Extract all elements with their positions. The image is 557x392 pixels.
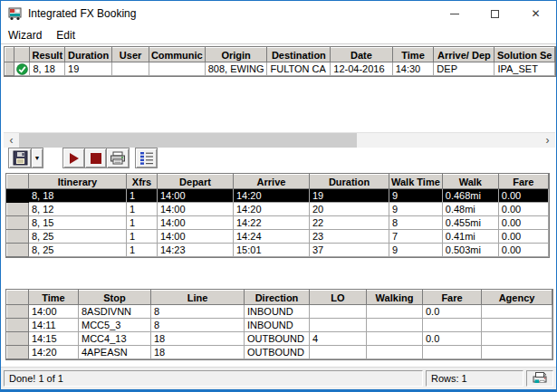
- cell[interactable]: 0.00: [498, 189, 548, 203]
- cell[interactable]: 14:00: [158, 203, 234, 216]
- col-destination[interactable]: Destination: [267, 48, 331, 62]
- cell[interactable]: 14:00: [158, 230, 234, 244]
- cell[interactable]: [310, 319, 367, 332]
- cell[interactable]: [112, 62, 149, 76]
- stop-row[interactable]: 14:00 8ASDIVNN 8 INBOUND 0.0: [7, 305, 552, 319]
- cell[interactable]: [423, 346, 482, 359]
- cell[interactable]: 808, EWING: [205, 62, 267, 76]
- cell[interactable]: 14:00: [158, 216, 234, 230]
- cell[interactable]: 0.00: [498, 203, 548, 216]
- cell[interactable]: 23: [310, 230, 389, 244]
- cell[interactable]: MCC4_13: [79, 332, 151, 346]
- cell[interactable]: 14:00: [29, 305, 79, 319]
- cell[interactable]: 8, 25: [29, 244, 127, 257]
- cell[interactable]: 1: [127, 230, 158, 244]
- cell[interactable]: [423, 319, 482, 332]
- cell[interactable]: 8, 18: [30, 62, 65, 76]
- cell[interactable]: [310, 305, 367, 319]
- cell[interactable]: 4APEASN: [79, 346, 151, 359]
- itinerary-row-selected[interactable]: 8, 18 1 14:00 14:20 19 9 0.468mi 0.00: [7, 189, 549, 203]
- col-arrive-dep[interactable]: Arrive/ Dep: [434, 48, 495, 62]
- row-selector[interactable]: [7, 332, 29, 346]
- cell[interactable]: 8: [389, 216, 443, 230]
- row-selector[interactable]: [7, 346, 29, 359]
- row-selector[interactable]: [7, 319, 29, 332]
- cell[interactable]: 8, 12: [29, 203, 127, 216]
- cell[interactable]: 14:15: [29, 332, 79, 346]
- cell[interactable]: 8, 15: [29, 216, 127, 230]
- cell[interactable]: 19: [65, 62, 112, 76]
- cell[interactable]: [482, 332, 552, 346]
- cell[interactable]: 0.468mi: [442, 189, 498, 203]
- cell[interactable]: 7: [389, 230, 443, 244]
- cell[interactable]: 0.41mi: [442, 230, 498, 244]
- col-time[interactable]: Time: [392, 48, 434, 62]
- cell[interactable]: 0.503mi: [442, 244, 498, 257]
- col-walk[interactable]: Walk: [442, 175, 498, 189]
- col-communic[interactable]: Communic: [149, 48, 205, 62]
- stop-row[interactable]: 14:15 MCC4_13 18 OUTBOUND 4 0.0: [7, 332, 552, 346]
- cell[interactable]: 18: [151, 346, 245, 359]
- row-selector[interactable]: [7, 244, 29, 257]
- scroll-left-arrow-icon[interactable]: ‹: [4, 133, 19, 148]
- stop-button[interactable]: [84, 148, 107, 168]
- cell[interactable]: 19: [310, 189, 389, 203]
- cell[interactable]: INBOUND: [245, 319, 310, 332]
- cell[interactable]: 14:30: [392, 62, 434, 76]
- cell[interactable]: INBOUND: [245, 305, 310, 319]
- app-icon[interactable]: [7, 7, 23, 21]
- row-selector-header[interactable]: [7, 175, 29, 189]
- cell[interactable]: MCC5_3: [79, 319, 151, 332]
- cell[interactable]: 1: [127, 189, 158, 203]
- cell[interactable]: [367, 305, 423, 319]
- row-selector[interactable]: [5, 62, 14, 76]
- col-duration[interactable]: Duration: [310, 175, 389, 189]
- col-time[interactable]: Time: [29, 291, 79, 305]
- cell[interactable]: [482, 319, 552, 332]
- cell[interactable]: OUTBOUND: [245, 346, 310, 359]
- itinerary-row[interactable]: 8, 25 1 14:23 15:01 37 9 0.503mi 0.00: [7, 244, 549, 257]
- cell[interactable]: [149, 62, 205, 76]
- cell[interactable]: 14:00: [158, 189, 234, 203]
- col-origin[interactable]: Origin: [205, 48, 267, 62]
- cell[interactable]: 0.0: [423, 332, 482, 346]
- solution-row[interactable]: 8, 18 19 808, EWING FULTON CA 12-04-2016…: [5, 62, 555, 76]
- cell[interactable]: 9: [389, 203, 443, 216]
- col-direction[interactable]: Direction: [245, 291, 310, 305]
- cell[interactable]: 8, 25: [29, 230, 127, 244]
- cell[interactable]: 0.00: [498, 230, 548, 244]
- print-button[interactable]: [106, 148, 130, 168]
- cell[interactable]: [367, 346, 423, 359]
- col-fare[interactable]: Fare: [498, 175, 548, 189]
- col-result[interactable]: Result: [30, 48, 65, 62]
- scroll-right-arrow-icon[interactable]: ›: [540, 133, 555, 148]
- row-selector-header[interactable]: [5, 48, 14, 62]
- col-date[interactable]: Date: [331, 48, 392, 62]
- status-icon-panel[interactable]: [526, 370, 553, 387]
- close-button[interactable]: ✕: [515, 1, 556, 26]
- row-selector[interactable]: [7, 305, 29, 319]
- col-agency[interactable]: Agency: [482, 291, 552, 305]
- cell[interactable]: 0.455mi: [442, 216, 498, 230]
- cell[interactable]: [367, 332, 423, 346]
- cell[interactable]: 9: [389, 244, 443, 257]
- col-lo[interactable]: LO: [310, 291, 367, 305]
- col-stop[interactable]: Stop: [79, 291, 151, 305]
- col-itinerary[interactable]: Itinerary: [29, 175, 127, 189]
- save-dropdown-button[interactable]: ▼: [31, 148, 43, 168]
- col-solution-se[interactable]: Solution Se: [495, 48, 555, 62]
- cell[interactable]: 15:01: [234, 244, 310, 257]
- cell[interactable]: [482, 346, 552, 359]
- cell[interactable]: 12-04-2016: [331, 62, 392, 76]
- cell[interactable]: FULTON CA: [267, 62, 331, 76]
- run-button[interactable]: [62, 148, 85, 168]
- cell[interactable]: 18: [151, 332, 245, 346]
- cell[interactable]: 37: [310, 244, 389, 257]
- cell[interactable]: 0.00: [498, 244, 548, 257]
- col-arrive[interactable]: Arrive: [234, 175, 310, 189]
- col-user[interactable]: User: [112, 48, 149, 62]
- itinerary-row[interactable]: 8, 12 1 14:00 14:20 20 9 0.48mi 0.00: [7, 203, 549, 216]
- status-col-header[interactable]: [14, 48, 30, 62]
- cell[interactable]: 0.48mi: [442, 203, 498, 216]
- cell[interactable]: 9: [389, 189, 443, 203]
